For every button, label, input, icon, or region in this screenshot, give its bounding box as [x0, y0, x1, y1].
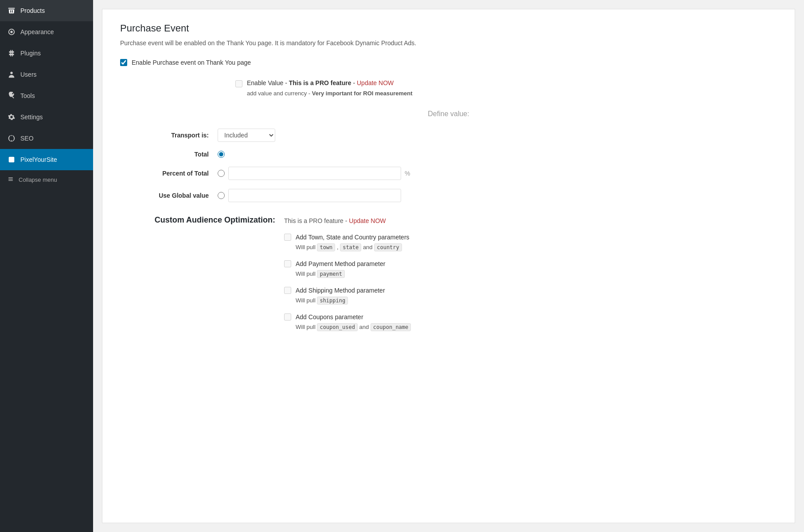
sidebar-item-products[interactable]: Products [0, 0, 93, 21]
percent-label: Percent of Total [120, 170, 209, 177]
audience-option-coupons-row: Add Coupons parameter [284, 313, 777, 321]
products-icon [7, 6, 16, 15]
custom-audience-title: Custom Audience Optimization: [120, 215, 275, 225]
content-area: Purchase Event Purchase event will be en… [102, 9, 795, 523]
settings-icon [7, 113, 16, 121]
code-town: town [317, 243, 335, 251]
custom-audience-pro-text: This is a PRO feature - Update NOW [284, 215, 386, 224]
ao-payment-label: Add Payment Method parameter [296, 260, 385, 267]
enable-purchase-checkbox[interactable] [120, 59, 127, 66]
page-title: Purchase Event [120, 23, 777, 34]
sidebar-item-products-label: Products [20, 7, 45, 14]
sidebar-item-tools-label: Tools [20, 92, 35, 99]
sidebar-item-users-label: Users [20, 71, 37, 78]
svg-rect-0 [9, 157, 15, 163]
ao-shipping-checkbox[interactable] [284, 287, 291, 294]
sidebar-item-plugins-label: Plugins [20, 50, 41, 57]
ao-payment-checkbox[interactable] [284, 260, 291, 267]
enable-value-prefix: Enable Value - [247, 79, 289, 86]
code-state: state [340, 243, 361, 251]
collapse-menu-item[interactable]: Collapse menu [0, 170, 93, 189]
appearance-icon [7, 27, 16, 36]
transport-row: Transport is: Included [120, 129, 777, 142]
enable-purchase-row: Enable Purchase event on Thank You page [120, 59, 777, 66]
transport-label: Transport is: [120, 132, 209, 139]
audience-option-coupons: Add Coupons parameter Will pull coupon_u… [284, 313, 777, 331]
pro-subtext-bold: Very important for ROI measurement [312, 90, 413, 97]
total-radio[interactable] [218, 151, 225, 158]
audience-option-payment: Add Payment Method parameter Will pull p… [284, 260, 777, 278]
transport-select[interactable]: Included [218, 129, 275, 142]
percent-radio[interactable] [218, 170, 225, 177]
pro-subtext-prefix: add value and currency - [247, 90, 312, 97]
custom-audience-section: Custom Audience Optimization: This is a … [120, 215, 777, 225]
seo-icon [7, 134, 16, 143]
transport-control: Included [218, 129, 275, 142]
audience-option-town: Add Town, State and Country parameters W… [284, 234, 777, 251]
sidebar-item-seo-label: SEO [20, 135, 34, 142]
ao-coupons-checkbox[interactable] [284, 313, 291, 321]
total-label: Total [120, 151, 209, 158]
code-coupon-name: coupon_name [371, 323, 411, 331]
tools-icon [7, 91, 16, 100]
sidebar-item-plugins[interactable]: Plugins [0, 43, 93, 64]
enable-value-text: Enable Value - This is a PRO feature - U… [247, 79, 394, 86]
ao-town-label: Add Town, State and Country parameters [296, 234, 410, 241]
pro-subtext: add value and currency - Very important … [247, 90, 777, 97]
total-control [218, 151, 225, 158]
sidebar-item-settings-label: Settings [20, 113, 43, 121]
ao-town-pull: Will pull town , state and country [296, 243, 777, 251]
sidebar-item-appearance-label: Appearance [20, 28, 54, 35]
sidebar-item-settings[interactable]: Settings [0, 106, 93, 128]
audience-option-shipping: Add Shipping Method parameter Will pull … [284, 287, 777, 305]
audience-option-payment-row: Add Payment Method parameter [284, 260, 777, 267]
global-label: Use Global value [120, 192, 209, 199]
ao-shipping-pull: Will pull shipping [296, 297, 777, 305]
enable-value-checkbox[interactable] [235, 80, 242, 87]
sidebar-item-seo[interactable]: SEO [0, 128, 93, 149]
page-description: Purchase event will be enabled on the Th… [120, 39, 777, 47]
pro-separator: - [351, 79, 357, 86]
sidebar-item-tools[interactable]: Tools [0, 85, 93, 106]
collapse-icon [7, 176, 14, 184]
plugins-icon [7, 49, 16, 58]
main-content: Purchase Event Purchase event will be en… [93, 0, 804, 532]
sidebar-item-pixelyoursite[interactable]: PixelYourSite [0, 149, 93, 170]
sidebar-item-appearance[interactable]: Appearance [0, 21, 93, 43]
percent-value-input[interactable] [228, 167, 401, 180]
global-row: Use Global value [120, 189, 777, 202]
sidebar: Products Appearance Plugins Users Tools … [0, 0, 93, 532]
global-radio[interactable] [218, 192, 225, 199]
global-value-input[interactable] [228, 189, 401, 202]
code-shipping: shipping [317, 297, 348, 305]
sidebar-item-pixelyoursite-label: PixelYourSite [20, 156, 57, 163]
audience-option-shipping-row: Add Shipping Method parameter [284, 287, 777, 294]
percent-control: % [218, 167, 410, 180]
define-value-title: Define value: [120, 110, 777, 118]
code-country: country [374, 243, 402, 251]
ao-town-checkbox[interactable] [284, 234, 291, 241]
ao-coupons-pull: Will pull coupon_used and coupon_name [296, 323, 777, 331]
percent-row: Percent of Total % [120, 167, 777, 180]
enable-purchase-label[interactable]: Enable Purchase event on Thank You page [132, 59, 251, 66]
audience-option-town-row: Add Town, State and Country parameters [284, 234, 777, 241]
ao-shipping-label: Add Shipping Method parameter [296, 287, 385, 294]
update-now-link[interactable]: Update NOW [357, 79, 394, 86]
global-control [218, 189, 401, 202]
users-icon [7, 70, 16, 79]
code-coupon-used: coupon_used [317, 323, 357, 331]
pys-icon [7, 155, 16, 164]
enable-value-row: Enable Value - This is a PRO feature - U… [235, 79, 777, 87]
total-row: Total [120, 151, 777, 158]
ao-payment-pull: Will pull payment [296, 270, 777, 278]
ca-update-now-link[interactable]: Update NOW [349, 217, 386, 224]
ca-pro-prefix: This is a PRO feature - [284, 217, 349, 224]
percent-symbol: % [405, 170, 410, 177]
code-payment: payment [317, 270, 345, 278]
pro-feature-label: This is a PRO feature [289, 79, 351, 86]
ao-coupons-label: Add Coupons parameter [296, 313, 363, 321]
sidebar-item-users[interactable]: Users [0, 64, 93, 85]
collapse-menu-label: Collapse menu [19, 176, 57, 183]
